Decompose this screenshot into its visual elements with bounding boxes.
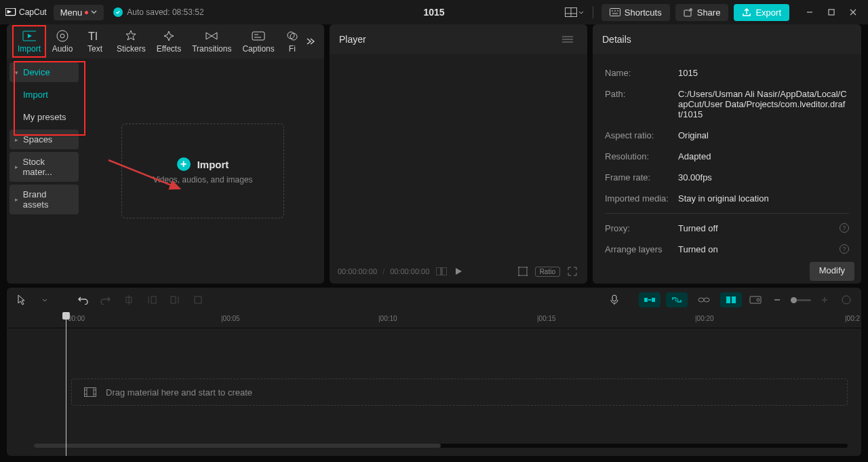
cursor-tool[interactable] [14,292,30,308]
import-button[interactable]: + Import Videos, audios, and images [121,123,284,218]
tab-stickers[interactable]: Stickers [111,27,151,56]
help-icon[interactable]: ? [840,244,849,254]
time-current: 00:00:00:00 [338,267,377,275]
help-icon[interactable]: ? [840,223,849,233]
shortcuts-button[interactable]: Shortcuts [601,4,670,21]
share-button[interactable]: Share [675,4,729,21]
svg-point-19 [288,32,294,39]
detail-proxy-label: Proxy: [605,223,678,233]
sidebar-item-spaces[interactable]: Spaces [9,130,79,149]
ruler-tick: |00:20 [695,315,714,322]
autosave-text: Auto saved: 08:53:52 [127,7,203,17]
media-panel: Import Audio TI Text Stickers Effects Tr… [7,24,324,284]
export-button[interactable]: Export [734,4,789,21]
svg-rect-11 [829,9,834,15]
import-label: Import [197,159,229,170]
svg-rect-46 [726,296,730,303]
drag-hint-text: Drag material here and start to create [106,387,252,398]
close-button[interactable] [844,3,863,22]
svg-text:TI: TI [88,31,98,41]
detail-framerate-label: Frame rate: [605,172,678,182]
scrollbar-thumb[interactable] [34,444,441,448]
detail-imported-value: Stay in original location [678,193,849,204]
minimize-button[interactable] [800,3,819,22]
tabs-scroll-right[interactable] [301,32,320,51]
menu-button[interactable]: Menu [54,5,104,20]
split-button[interactable] [121,292,137,308]
sidebar-item-stock[interactable]: Stock mater... [9,152,79,182]
track-area[interactable]: Drag material here and start to create [7,328,861,450]
tab-import[interactable]: Import [12,27,46,56]
magnet-toggle[interactable] [639,292,660,307]
menu-notification-dot [85,11,88,14]
plus-icon: + [177,157,191,171]
timeline-scrollbar[interactable] [34,444,848,448]
filters-icon [285,30,299,42]
svg-point-53 [842,296,850,304]
tab-transitions[interactable]: Transitions [186,27,237,56]
fullscreen-icon[interactable] [566,265,579,278]
export-icon [742,7,751,17]
film-icon [84,387,96,397]
svg-rect-38 [195,296,201,303]
redo-button[interactable] [98,292,114,308]
link-toggle[interactable] [666,292,688,307]
delete-left-button[interactable] [144,292,160,308]
capcut-logo-icon [5,8,16,16]
snap-toggle[interactable] [720,292,742,307]
zoom-in-button[interactable] [816,292,833,308]
svg-rect-54 [85,388,96,397]
tab-captions[interactable]: Captions [237,27,279,56]
detail-imported-label: Imported media: [605,193,678,204]
crop-icon[interactable] [516,265,530,278]
tab-audio-label: Audio [52,44,73,54]
zoom-slider[interactable] [791,299,811,301]
svg-point-31 [526,275,528,276]
import-icon [22,30,36,42]
undo-button[interactable] [75,292,91,308]
timeline-ruler[interactable]: 00:00 |00:05 |00:10 |00:15 |00:20 |00:2 [7,312,861,328]
divider [605,213,849,214]
svg-rect-41 [652,298,655,302]
preview-toggle[interactable] [747,292,764,308]
fit-timeline-button[interactable] [838,292,854,308]
sidebar-item-import[interactable]: Import [9,85,79,104]
player-menu-icon[interactable] [557,31,578,47]
svg-point-49 [757,299,760,301]
sidebar-item-brand[interactable]: Brand assets [9,185,79,214]
svg-rect-27 [519,267,527,275]
sidebar-item-my-presets[interactable]: My presets [9,107,79,127]
ratio-button[interactable]: Ratio [535,267,560,277]
keyboard-icon [610,8,620,16]
modify-button[interactable]: Modify [810,262,854,281]
tab-effects[interactable]: Effects [151,27,186,56]
crop-tool[interactable] [190,292,206,308]
zoom-out-button[interactable] [769,292,785,308]
playhead[interactable] [66,312,66,456]
compare-icon[interactable] [435,265,448,278]
svg-rect-4 [610,9,620,16]
play-button[interactable] [454,267,463,276]
main-area: Import Audio TI Text Stickers Effects Tr… [0,24,868,284]
media-tabs: Import Audio TI Text Stickers Effects Tr… [7,24,324,58]
cursor-dropdown[interactable] [37,292,53,308]
player-controls: 00:00:00:00 / 00:00:00:00 Ratio [330,259,587,284]
delete-right-button[interactable] [167,292,183,308]
layout-icon[interactable] [564,4,585,20]
tab-text[interactable]: TI Text [79,27,111,56]
sidebar-item-device[interactable]: Device [9,62,79,82]
share-icon [684,7,693,17]
maximize-button[interactable] [822,3,841,22]
media-sidebar: Device Import My presets Spaces Stock ma… [7,58,81,284]
detail-name-label: Name: [605,68,678,78]
time-total: 00:00:00:00 [390,267,429,275]
tab-transitions-label: Transitions [192,44,231,54]
tab-audio[interactable]: Audio [46,27,79,56]
timeline-drop-hint: Drag material here and start to create [71,379,848,406]
svg-rect-40 [644,298,648,302]
svg-point-20 [290,33,297,40]
tab-import-label: Import [18,44,41,54]
project-title: 1015 [423,7,444,18]
mic-button[interactable] [606,292,623,308]
chain-toggle[interactable] [693,292,715,307]
